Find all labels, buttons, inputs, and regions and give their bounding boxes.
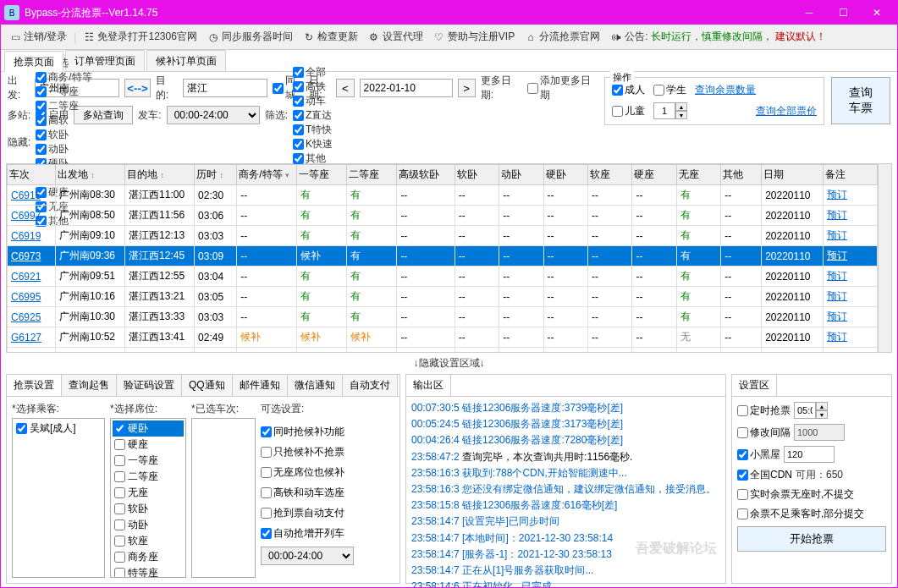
minimize-button[interactable]: ─ bbox=[792, 1, 826, 25]
option-1[interactable]: 只抢候补不抢票 bbox=[261, 442, 394, 462]
output-log[interactable]: 00:07:30:5 链接12306服务器速度:3739毫秒[差]00:05:2… bbox=[406, 397, 725, 588]
config-tab-5[interactable]: 微信通知 bbox=[288, 375, 343, 396]
col-header-8[interactable]: 软卧 bbox=[455, 165, 499, 185]
list-item[interactable]: 二等座 bbox=[113, 469, 184, 485]
config-tab-3[interactable]: QQ通知 bbox=[182, 375, 233, 396]
filter-4[interactable]: T特快 bbox=[293, 123, 333, 137]
swap-button[interactable]: <--> bbox=[124, 79, 151, 97]
filter-1[interactable]: 高铁 bbox=[293, 80, 333, 94]
hide-1[interactable]: 商务/特等 bbox=[36, 70, 91, 85]
start-button[interactable]: 开始抢票 bbox=[737, 526, 886, 552]
list-item[interactable]: 一等座 bbox=[113, 453, 184, 469]
table-row[interactable]: C6927广州南11:15湛江西14:0602:51--有有----------… bbox=[8, 348, 878, 353]
col-header-9[interactable]: 动卧 bbox=[499, 165, 543, 185]
table-row[interactable]: G6127广州南10:52湛江西13:4102:49候补候补候补--------… bbox=[8, 327, 878, 348]
close-button[interactable]: ✕ bbox=[860, 1, 894, 25]
list-item[interactable]: 软卧 bbox=[113, 501, 184, 517]
tb-check-update[interactable]: ↻检查更新 bbox=[300, 28, 361, 46]
blackroom-input[interactable] bbox=[784, 446, 835, 463]
tb-open12306[interactable]: ☷免登录打开12306官网 bbox=[80, 28, 200, 46]
book-link[interactable]: 预订 bbox=[827, 290, 847, 302]
col-header-4[interactable]: 商务/特等 ▾ bbox=[237, 165, 297, 185]
filter-3[interactable]: Z直达 bbox=[293, 108, 333, 123]
adult-check[interactable]: 成人 bbox=[612, 83, 645, 97]
list-item[interactable]: 硬卧 bbox=[113, 420, 184, 437]
add-more-date-check[interactable]: 添加更多日期 bbox=[527, 74, 598, 102]
cdn-check[interactable]: 全国CDN bbox=[737, 468, 792, 482]
config-tab-4[interactable]: 邮件通知 bbox=[233, 375, 288, 396]
book-link[interactable]: 预订 bbox=[827, 229, 847, 241]
hide-4[interactable]: 高软 bbox=[36, 113, 91, 128]
train-link[interactable]: C6919 bbox=[11, 230, 41, 242]
query-ticket-button[interactable]: 查询 车票 bbox=[831, 77, 890, 124]
child-check[interactable]: 儿童 bbox=[612, 104, 645, 118]
divider-bar[interactable]: ↓隐藏设置区域↓ bbox=[1, 353, 897, 374]
insufficient-check[interactable]: 余票不足乘客时,部分提交 bbox=[737, 507, 864, 521]
col-header-12[interactable]: 硬座 bbox=[632, 165, 676, 185]
filter-5[interactable]: K快速 bbox=[293, 137, 333, 151]
option-2[interactable]: 无座席位也候补 bbox=[261, 462, 394, 482]
col-header-15[interactable]: 日期 bbox=[762, 165, 824, 185]
tb-set-proxy[interactable]: ⚙设置代理 bbox=[365, 28, 427, 46]
date-input[interactable] bbox=[360, 79, 453, 97]
option-4[interactable]: 抢到票自动支付 bbox=[261, 503, 394, 523]
tb-sync-time[interactable]: ◷同步服务器时间 bbox=[204, 28, 296, 46]
col-header-14[interactable]: 其他 bbox=[721, 165, 762, 185]
book-link[interactable]: 预订 bbox=[827, 351, 847, 352]
query-count-link[interactable]: 查询余票数量 bbox=[695, 83, 756, 97]
col-header-10[interactable]: 硬卧 bbox=[543, 165, 587, 185]
student-check[interactable]: 学生 bbox=[653, 83, 686, 97]
tb-sponsor[interactable]: ♡赞助与注册VIP bbox=[430, 28, 518, 46]
list-item[interactable]: 软座 bbox=[113, 533, 184, 549]
output-tab[interactable]: 输出区 bbox=[406, 375, 451, 396]
table-row[interactable]: C6995广州南10:16湛江西13:2103:05--有有----------… bbox=[8, 287, 878, 307]
train-link[interactable]: C6925 bbox=[11, 311, 41, 323]
maximize-button[interactable]: ☐ bbox=[826, 1, 860, 25]
list-item[interactable]: 硬座 bbox=[113, 437, 184, 453]
filter-0[interactable]: 全部 bbox=[293, 65, 333, 80]
hide-5[interactable]: 软卧 bbox=[36, 128, 91, 142]
settings-tab[interactable]: 设置区 bbox=[732, 375, 777, 396]
book-link[interactable]: 预订 bbox=[827, 310, 847, 322]
main-tab-2[interactable]: 候补订单页面 bbox=[146, 50, 226, 71]
table-row[interactable]: C6921广州南09:51湛江西12:5503:04--有有----------… bbox=[8, 267, 878, 287]
config-tab-1[interactable]: 查询起售 bbox=[62, 375, 117, 396]
list-item[interactable]: 商务座 bbox=[113, 549, 184, 565]
interval-input[interactable] bbox=[794, 424, 845, 441]
main-tab-0[interactable]: 抢票页面 bbox=[4, 51, 63, 72]
timed-check[interactable]: 定时抢票 bbox=[737, 404, 791, 418]
train-link[interactable]: G6127 bbox=[11, 332, 41, 343]
to-input[interactable] bbox=[183, 79, 267, 97]
seat-list[interactable]: 硬卧硬座一等座二等座无座软卧动卧软座商务座特等座 bbox=[110, 418, 186, 578]
col-header-0[interactable]: 车次 bbox=[8, 165, 56, 185]
col-header-6[interactable]: 二等座 bbox=[347, 165, 397, 185]
blackroom-check[interactable]: 小黑屋 bbox=[737, 448, 780, 462]
option-5[interactable]: 自动抢增开列车 bbox=[261, 523, 394, 543]
hide-3[interactable]: 二等座 bbox=[36, 99, 91, 113]
col-header-11[interactable]: 软座 bbox=[588, 165, 632, 185]
list-item[interactable]: 吴斌[成人] bbox=[14, 420, 102, 437]
list-item[interactable]: 特等座 bbox=[113, 565, 184, 578]
book-link[interactable]: 预订 bbox=[827, 250, 847, 261]
depart-time-select[interactable]: 00:00-24:00 bbox=[167, 106, 260, 124]
config-tab-0[interactable]: 抢票设置 bbox=[7, 375, 62, 396]
tb-logout[interactable]: ▭注销/登录 bbox=[6, 28, 70, 46]
config-tab-2[interactable]: 验证码设置 bbox=[117, 375, 182, 396]
option-3[interactable]: 高铁和动车选座 bbox=[261, 482, 394, 503]
hide-2[interactable]: 一等座 bbox=[36, 85, 91, 99]
col-header-13[interactable]: 无座 bbox=[676, 165, 720, 185]
train-link[interactable]: C6997 bbox=[11, 210, 41, 222]
col-header-16[interactable]: 备注 bbox=[824, 165, 878, 185]
table-row[interactable]: C6997广州南08:50湛江西11:5603:06--有有----------… bbox=[8, 206, 878, 226]
hide-6[interactable]: 动卧 bbox=[36, 142, 91, 157]
col-header-3[interactable]: 历时 ↕ bbox=[195, 165, 237, 185]
list-item[interactable]: 动卧 bbox=[113, 517, 184, 533]
grid-scrollbar[interactable] bbox=[878, 164, 891, 352]
table-row[interactable]: C6925广州南10:30湛江西13:3303:03--有有----------… bbox=[8, 307, 878, 327]
filter-2[interactable]: 动车 bbox=[293, 94, 333, 108]
date-next-button[interactable]: > bbox=[458, 79, 476, 97]
interval-check[interactable]: 修改间隔 bbox=[737, 426, 791, 440]
passenger-list[interactable]: 吴斌[成人] bbox=[12, 418, 105, 578]
col-header-5[interactable]: 一等座 bbox=[296, 165, 346, 185]
list-item[interactable]: 无座 bbox=[113, 485, 184, 501]
